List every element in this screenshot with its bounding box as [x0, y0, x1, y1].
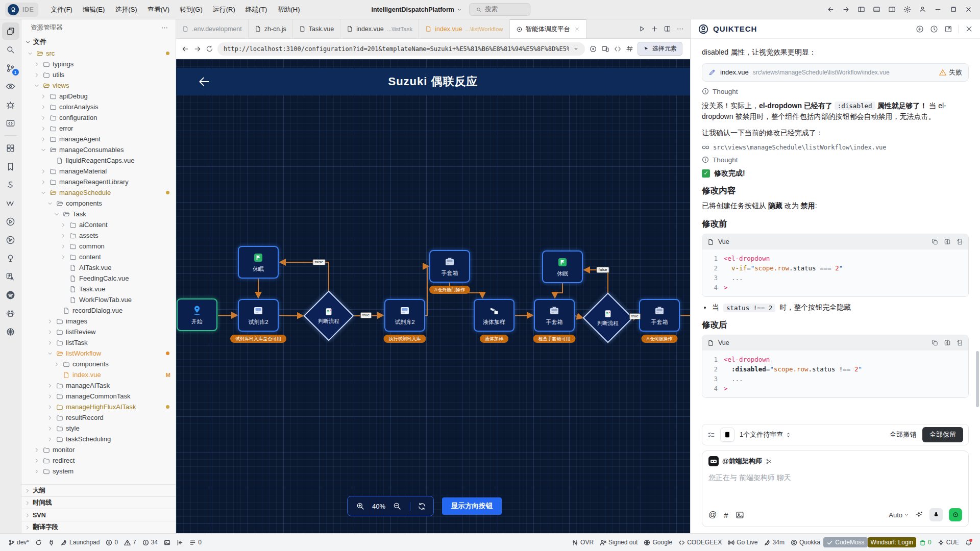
zoom-out-icon[interactable]: [393, 502, 402, 511]
status-item-CODEGEEX[interactable]: CODEGEEX: [675, 537, 725, 547]
menu-终端(T)[interactable]: 终端(T): [240, 3, 273, 17]
tree-item-index.vue[interactable]: index.vueM: [21, 369, 176, 380]
menu-编辑(E)[interactable]: 编辑(E): [78, 3, 110, 17]
play-circle-icon[interactable]: [2, 213, 19, 230]
tree-item-AITask.vue[interactable]: AITask.vue: [21, 262, 176, 273]
tree-item-liquidReagentCaps.vue[interactable]: liquidReagentCaps.vue: [21, 155, 176, 166]
status-item-Google[interactable]: Google: [641, 537, 675, 547]
status-item-Quokka[interactable]: Quokka: [788, 537, 823, 547]
wave-icon[interactable]: [2, 194, 19, 212]
status-item-OVR[interactable]: OVR: [569, 537, 597, 547]
thought-toggle[interactable]: Thought: [702, 156, 969, 164]
menu-查看(V)[interactable]: 查看(V): [142, 3, 175, 17]
tree-item-recordDialog.vue[interactable]: recordDialog.vue: [21, 305, 176, 316]
insert-icon[interactable]: [944, 238, 951, 245]
menu-帮助(H)[interactable]: 帮助(H): [272, 3, 305, 17]
tree-item-taskScheduling[interactable]: taskScheduling: [21, 434, 176, 444]
undo-all-button[interactable]: 全部撤销: [890, 430, 916, 439]
pointer-circle-icon[interactable]: [2, 231, 19, 248]
hash-icon[interactable]: [626, 45, 633, 53]
workflow-node-liquid[interactable]: 液体加样: [474, 299, 514, 332]
search-icon[interactable]: [2, 41, 19, 58]
workflow-node-glovebox3[interactable]: 手套箱: [639, 299, 680, 332]
window-close-icon[interactable]: [962, 4, 975, 16]
tab-智能体调度平台[interactable]: 智能体调度平台: [510, 19, 587, 38]
tree-item-manageCommonTask[interactable]: manageCommonTask: [21, 391, 176, 402]
mode-select[interactable]: Auto: [889, 511, 909, 519]
translate-icon[interactable]: [2, 268, 19, 285]
tree-item-utils[interactable]: utils: [21, 69, 176, 80]
menu-选择(S)[interactable]: 选择(S): [110, 3, 142, 17]
layout-sidebar-icon[interactable]: [854, 4, 868, 16]
settings-gear-icon[interactable]: [900, 4, 914, 16]
tree-item-images[interactable]: images: [21, 316, 176, 327]
copy-icon[interactable]: [932, 339, 939, 346]
tree-item-content[interactable]: content: [21, 252, 176, 262]
spotify-icon[interactable]: [2, 286, 19, 304]
status-item-dev*[interactable]: dev*: [5, 537, 32, 547]
reset-view-icon[interactable]: [418, 502, 426, 511]
tree-item-configuration[interactable]: configuration: [21, 112, 176, 123]
status-item-CUE[interactable]: CUE: [935, 537, 962, 547]
workflow-node-start[interactable]: 开始: [177, 298, 217, 331]
status-item-0[interactable]: 0: [103, 537, 121, 547]
status-item-34m[interactable]: 34m: [761, 537, 788, 547]
status-item-term[interactable]: [161, 538, 174, 547]
tree-item-manageReagentLibrary[interactable]: manageReagentLibrary: [21, 177, 176, 187]
account-icon[interactable]: [916, 4, 929, 16]
pending-review-count[interactable]: 1个文件待审查: [740, 430, 791, 439]
new-tab-button[interactable]: [651, 25, 658, 33]
layout-panel-icon[interactable]: [870, 4, 883, 16]
tree-item-apiDebug[interactable]: apiDebug: [21, 91, 176, 102]
tree-item-Task[interactable]: Task: [21, 209, 176, 219]
tree-item-WorkFlowTab.vue[interactable]: WorkFlowTab.vue: [21, 294, 176, 305]
source-control-icon[interactable]: 1: [2, 59, 19, 77]
tree-item-components[interactable]: components: [21, 359, 176, 369]
tree-item-monitor[interactable]: monitor: [21, 444, 176, 455]
nav-back-icon[interactable]: [181, 45, 189, 53]
reload-icon[interactable]: [206, 45, 213, 53]
window-restore-icon[interactable]: [946, 4, 960, 16]
select-element-button[interactable]: 选择元素: [638, 42, 682, 56]
more-actions-icon[interactable]: [676, 25, 684, 33]
tree-item-listTask[interactable]: listTask: [21, 337, 176, 348]
tab-index.vue[interactable]: index.vue...\listWorkflow: [419, 19, 509, 38]
agent-mention-chip[interactable]: @前端架构师: [708, 456, 962, 466]
workflow-node-reagent2[interactable]: 试剂库2: [384, 299, 425, 332]
project-switcher[interactable]: intelligentDispatchPlatform: [371, 6, 462, 13]
tab-zh-cn.js[interactable]: zh-cn.js: [249, 19, 293, 38]
mic-button[interactable]: [929, 508, 943, 521]
tree-item-manageConsumables[interactable]: manageConsumables: [21, 144, 176, 155]
status-item-plug[interactable]: [45, 538, 58, 547]
context-hash-icon[interactable]: #: [724, 511, 728, 519]
tab-Task.vue[interactable]: Task.vue: [293, 19, 340, 38]
paw-icon[interactable]: [2, 305, 19, 322]
tree-item-FeedingCalc.vue[interactable]: FeedingCalc.vue: [21, 273, 176, 284]
status-item-Go Live[interactable]: Go Live: [725, 537, 761, 547]
sidebar-section-翻译字段[interactable]: 翻译字段: [21, 521, 176, 533]
tree-item-manageHighFluxAITask[interactable]: manageHighFluxAITask: [21, 402, 176, 412]
checklist-icon[interactable]: [707, 431, 715, 439]
tree-item-style[interactable]: style: [21, 423, 176, 434]
run-button[interactable]: [638, 25, 646, 33]
section-files[interactable]: 文件: [21, 36, 176, 48]
tree-item-manageMaterial[interactable]: manageMaterial: [21, 166, 176, 177]
more-actions-icon[interactable]: [161, 24, 168, 32]
tree-item-aiContent[interactable]: aiContent: [21, 219, 176, 230]
status-item-CodeMoss[interactable]: CodeMoss: [823, 537, 867, 547]
layout-right-icon[interactable]: [885, 4, 898, 16]
tree-item-typings[interactable]: typings: [21, 59, 176, 69]
tree-item-listReview[interactable]: listReview: [21, 327, 176, 337]
code-brackets-icon[interactable]: [614, 45, 622, 53]
keep-all-button[interactable]: 全部保留: [922, 427, 963, 442]
tree-item-redirect[interactable]: redirect: [21, 455, 176, 466]
url-input[interactable]: http://localhost:3100/configuration?id=2…: [217, 42, 585, 56]
history-forward-icon[interactable]: [839, 4, 852, 16]
workflow-node-sleep2[interactable]: 休眠: [542, 251, 583, 283]
menu-转到(G)[interactable]: 转到(G): [175, 3, 208, 17]
tree-item-src[interactable]: src: [21, 48, 176, 59]
tree-item-Task.vue[interactable]: Task.vue: [21, 284, 176, 294]
workflow-node-glovebox-top[interactable]: 手套箱: [429, 250, 470, 283]
tree-item-manageAgent[interactable]: manageAgent: [21, 134, 176, 144]
tree-item-resultRecord[interactable]: resultRecord: [21, 412, 176, 423]
